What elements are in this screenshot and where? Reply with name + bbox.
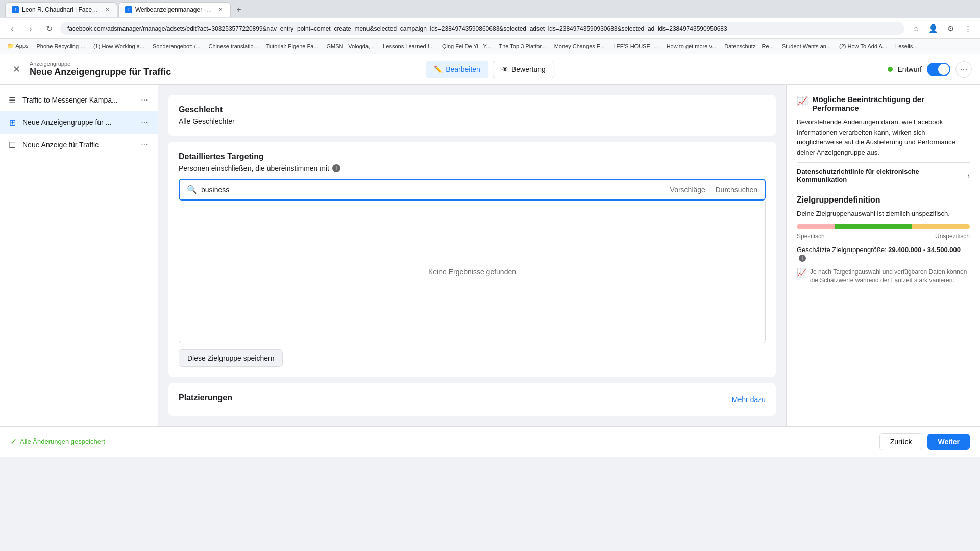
sidebar: ☰ Traffic to Messenger Kampa... ··· ⊞ Ne…	[0, 85, 158, 426]
new-tab-button[interactable]: +	[232, 3, 246, 17]
bookmark-13[interactable]: Datenschutz – Re...	[722, 42, 776, 51]
save-audience-label: Diese Zielgruppe speichern	[187, 354, 274, 362]
placements-header: Platzierungen Mehr dazu	[179, 393, 766, 406]
search-suggestions-label[interactable]: Vorschläge	[670, 186, 705, 194]
warning-icon: 📈	[797, 268, 807, 278]
back-button[interactable]: Zurück	[879, 433, 923, 450]
bookmark-1[interactable]: Phone Recycling-...	[35, 42, 87, 51]
bookmark-apps[interactable]: 📁 Apps	[5, 42, 31, 51]
placements-more-link[interactable]: Mehr dazu	[732, 395, 766, 404]
search-separator: |	[709, 186, 712, 194]
accordion-header[interactable]: Datenschutzrichtlinie für elektronische …	[797, 168, 970, 183]
header-center-actions: ✏️ Bearbeiten 👁 Bewertung	[426, 61, 554, 78]
estimate-info-icon[interactable]: i	[799, 255, 806, 262]
bookmark-15[interactable]: (2) How To Add A...	[837, 42, 889, 51]
search-wrapper: 🔍 Vorschläge | Durchsuchen	[179, 179, 766, 201]
menu-icon[interactable]: ⋮	[961, 21, 975, 36]
next-button[interactable]: Weiter	[927, 434, 970, 450]
bookmark-14[interactable]: Student Wants an...	[780, 42, 833, 51]
toggle-knob	[938, 64, 949, 75]
bookmark-11[interactable]: LEE'S HOUSE -...	[611, 42, 660, 51]
saved-indicator: ✓ Alle Änderungen gespeichert	[10, 437, 105, 446]
edit-button[interactable]: ✏️ Bearbeiten	[426, 61, 488, 78]
tab-1[interactable]: f Leon R. Chaudhari | Facebook ✕	[5, 2, 117, 17]
campaign-menu-button[interactable]: ···	[138, 94, 151, 106]
forward-nav-button[interactable]: ›	[23, 21, 38, 36]
no-results-text: Keine Ergebnisse gefunden	[428, 268, 516, 276]
status-dot	[888, 67, 893, 72]
performance-text: Bevorstehende Änderungen daran, wie Face…	[797, 117, 970, 157]
header-right: Entwurf ···	[888, 61, 972, 78]
main-layout: ☰ Traffic to Messenger Kampa... ··· ⊞ Ne…	[0, 85, 980, 426]
bookmark-16[interactable]: Leselis...	[893, 42, 919, 51]
more-options-button[interactable]: ···	[955, 61, 972, 78]
sidebar-item-ad[interactable]: ☐ Neue Anzeige für Traffic ···	[0, 134, 158, 156]
targeting-search-input[interactable]	[201, 186, 666, 194]
adset-icon: ⊞	[7, 117, 17, 128]
adset-menu-button[interactable]: ···	[138, 116, 151, 129]
gauge-label-left: Spezifisch	[797, 233, 825, 240]
close-button[interactable]: ✕	[8, 61, 24, 78]
bookmark-6[interactable]: GMSN - Vologda,...	[324, 42, 377, 51]
performance-section: 📈 Mögliche Beeinträchtigung der Performa…	[797, 95, 970, 183]
main-content: Geschlecht Alle Geschlechter Detailliert…	[158, 85, 786, 426]
accordion-title: Datenschutzrichtlinie für elektronische …	[797, 168, 967, 183]
sidebar-item-campaign-label: Traffic to Messenger Kampa...	[22, 96, 133, 104]
tab-title-2: Werbeanzeigenmanager - We...	[135, 6, 214, 13]
campaign-icon: ☰	[7, 95, 17, 105]
bookmark-2[interactable]: (1) How Working a...	[91, 42, 146, 51]
bookmark-9[interactable]: The Top 3 Platfor...	[497, 42, 548, 51]
specificity-gauge	[797, 224, 970, 229]
extensions-icon[interactable]: ⚙	[943, 21, 958, 36]
bookmark-12[interactable]: How to get more v...	[665, 42, 719, 51]
header-left: ✕ Anzeigengruppe Neue Anzeigengruppe für…	[8, 61, 171, 78]
performance-section-title: 📈 Mögliche Beeinträchtigung der Performa…	[797, 95, 970, 112]
gauge-red-segment	[797, 224, 835, 229]
tab-2[interactable]: f Werbeanzeigenmanager - We... ✕	[118, 2, 231, 17]
gender-title: Geschlecht	[179, 105, 766, 114]
bookmark-5[interactable]: Tutorial: Eigene Fa...	[264, 42, 321, 51]
bookmark-3[interactable]: Sonderangebot: /...	[151, 42, 203, 51]
audience-definition-title: Zielgruppendefinition	[797, 195, 970, 205]
review-label: Bewertung	[511, 65, 546, 73]
save-audience-button[interactable]: Diese Zielgruppe speichern	[179, 349, 283, 367]
profile-icon[interactable]: 👤	[926, 21, 940, 36]
ad-menu-button[interactable]: ···	[138, 139, 151, 151]
right-panel: 📈 Mögliche Beeinträchtigung der Performa…	[786, 85, 980, 426]
tab-close-1[interactable]: ✕	[103, 6, 111, 14]
placements-section: Platzierungen Mehr dazu	[168, 383, 776, 416]
performance-title-text: Mögliche Beeinträchtigung der Performanc…	[812, 95, 970, 112]
browser-chrome: f Leon R. Chaudhari | Facebook ✕ f Werbe…	[0, 0, 980, 18]
performance-icon: 📈	[797, 95, 808, 107]
eye-icon: 👁	[501, 65, 508, 73]
sidebar-item-adset[interactable]: ⊞ Neue Anzeigengruppe für ... ···	[0, 111, 158, 134]
search-browse-label[interactable]: Durchsuchen	[716, 186, 758, 194]
edit-icon: ✏️	[434, 65, 443, 73]
tab-close-2[interactable]: ✕	[217, 6, 224, 14]
checkmark-icon: ✓	[10, 437, 17, 446]
targeting-title: Detailliertes Targeting	[179, 152, 766, 161]
app-header: ✕ Anzeigengruppe Neue Anzeigengruppe für…	[0, 54, 980, 85]
bookmark-icon[interactable]: ☆	[909, 21, 923, 36]
back-nav-button[interactable]: ‹	[5, 21, 19, 36]
bookmark-8[interactable]: Qing Fei De Yi - Y...	[440, 42, 493, 51]
review-button[interactable]: 👁 Bewertung	[493, 61, 554, 78]
gauge-yellow-segment	[912, 224, 970, 229]
ad-icon: ☐	[7, 140, 17, 150]
toggle-switch[interactable]	[927, 63, 950, 76]
gender-section: Geschlecht Alle Geschlechter	[168, 95, 776, 136]
bookmark-4[interactable]: Chinese translatio...	[207, 42, 260, 51]
sidebar-item-adset-label: Neue Anzeigengruppe für ...	[22, 118, 133, 127]
targeting-subtitle: Personen einschließen, die übereinstimme…	[179, 164, 766, 172]
sidebar-item-campaign[interactable]: ☰ Traffic to Messenger Kampa... ···	[0, 89, 158, 111]
targeting-info-icon[interactable]: i	[332, 164, 340, 172]
header-title-group: Anzeigengruppe Neue Anzeigengruppe für T…	[30, 61, 171, 78]
address-bar[interactable]	[60, 22, 904, 35]
tab-title-1: Leon R. Chaudhari | Facebook	[22, 6, 100, 13]
bookmark-10[interactable]: Money Changes E...	[552, 42, 607, 51]
bookmark-7[interactable]: Lessons Learned f...	[381, 42, 436, 51]
search-icon: 🔍	[187, 185, 197, 194]
targeting-subtitle-text: Personen einschließen, die übereinstimme…	[179, 164, 329, 172]
header-title: Neue Anzeigengruppe für Traffic	[30, 67, 171, 78]
reload-button[interactable]: ↻	[42, 21, 56, 36]
